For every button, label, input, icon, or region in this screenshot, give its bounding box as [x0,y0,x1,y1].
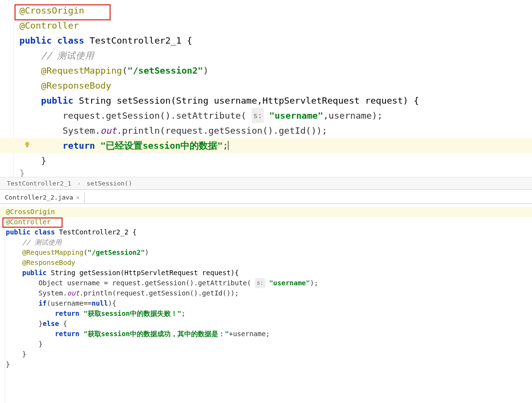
top-editor-pane[interactable]: @CrossOrigin@Controllerpublic class Test… [0,0,532,190]
breadcrumb-bar[interactable]: TestController2_1 › setSession() [0,177,532,189]
ide-split-editor: @CrossOrigin@Controllerpublic class Test… [0,0,532,403]
code-line[interactable]: @ResponseBody [0,258,532,268]
code-line[interactable]: public String getSession(HttpServletRequ… [0,268,532,278]
highlight-box [2,217,63,228]
code-line[interactable]: } [0,359,532,370]
breadcrumb-method[interactable]: setSession() [87,180,132,187]
breadcrumb-class[interactable]: TestController2_1 [7,180,71,187]
code-line[interactable]: } [0,153,532,168]
code-line[interactable]: } [0,339,532,349]
code-line[interactable]: // 测试使用 [0,48,532,63]
code-line[interactable]: @ResponseBody [0,78,532,93]
code-line[interactable]: @Controller [0,217,532,227]
code-line[interactable]: @CrossOrigin [0,207,532,217]
code-line[interactable]: request.getSession().setAttribute( s: "u… [0,108,532,123]
text-cursor [228,141,228,150]
code-line[interactable]: Object username = request.getSession().g… [0,278,532,288]
highlight-box [15,4,111,20]
code-line[interactable]: } [0,168,532,178]
close-icon[interactable]: × [76,194,80,201]
code-line[interactable]: return "获取session中的数据成功，其中的数据是："+usernam… [0,329,532,339]
svg-rect-1 [26,146,28,147]
code-line[interactable]: return "已经设置session中的数据"; [0,138,532,153]
code-line[interactable]: @RequestMapping("/setSession2") [0,63,532,78]
breadcrumb-separator: › [77,180,81,187]
intention-bulb-icon[interactable] [23,141,31,151]
code-line[interactable]: public class TestController2_2 { [0,227,532,237]
code-line[interactable]: // 测试使用 [0,237,532,248]
bottom-tab-bar: Controller2_2.java × [0,192,532,204]
code-line[interactable]: public class TestController2_1 { [0,33,532,48]
code-line[interactable]: System.out.println(request.getSession().… [0,288,532,298]
tab-controller2-2[interactable]: Controller2_2.java × [0,192,85,203]
bottom-code-area[interactable]: @CrossOrigin@Controllerpublic class Test… [0,204,532,370]
code-line[interactable]: } [0,349,532,359]
code-line[interactable]: System.out.println(request.getSession().… [0,123,532,138]
code-line[interactable]: return "获取session中的数据失败！"; [0,309,532,319]
top-code-area[interactable]: @CrossOrigin@Controllerpublic class Test… [0,0,532,178]
code-line[interactable]: if(username==null){ [0,298,532,309]
tab-label: Controller2_2.java [5,194,73,201]
code-line[interactable]: public String setSession(String username… [0,93,532,108]
code-line[interactable]: @RequestMapping("/getSession2") [0,248,532,258]
bottom-editor-pane[interactable]: @CrossOrigin@Controllerpublic class Test… [0,204,532,403]
svg-point-0 [25,142,29,146]
code-line[interactable]: }else { [0,319,532,329]
